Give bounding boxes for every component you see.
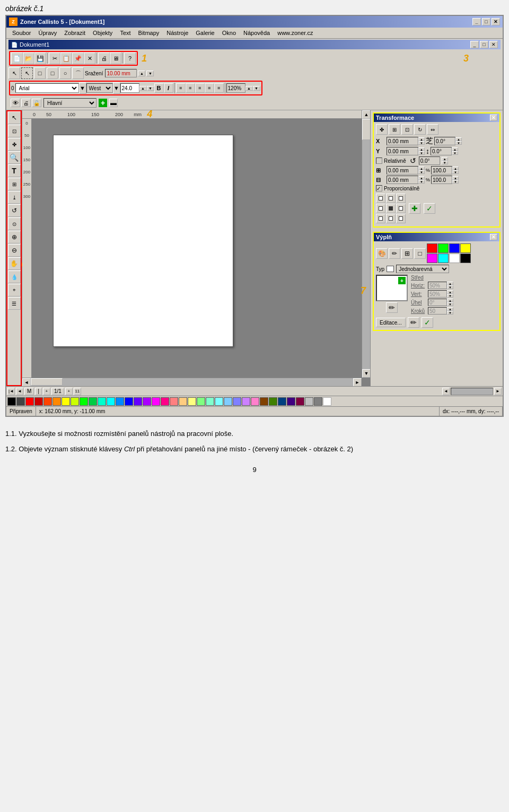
y-angle-input[interactable] — [431, 147, 452, 155]
menu-bitmapy[interactable]: Bitmapy — [135, 29, 163, 37]
palette-dark-purple[interactable] — [287, 397, 295, 406]
palette-silver[interactable] — [305, 397, 313, 406]
width-spin-up[interactable]: ▲ — [418, 167, 425, 170]
fill-gradient-btn[interactable]: ✏ — [389, 248, 400, 259]
editace-button[interactable]: Editace... — [376, 318, 406, 327]
tool-import[interactable]: ⤓ — [8, 191, 21, 204]
monitor-btn[interactable]: 🖥 — [110, 53, 121, 64]
x-icon[interactable]: 芝 — [426, 136, 433, 146]
fill-pencil-btn[interactable]: ✏ — [386, 302, 398, 313]
width-pct-spin-down[interactable]: ▼ — [452, 170, 459, 174]
rel-spin-up[interactable]: ▲ — [442, 157, 448, 161]
transform-rotate-icon[interactable]: ↻ — [414, 124, 426, 135]
anchor-tr[interactable] — [396, 194, 406, 203]
palette-light-red[interactable] — [170, 397, 178, 406]
custom-shape-btn[interactable]: ⌒ — [72, 67, 84, 79]
open-btn[interactable]: 📂 — [23, 53, 34, 64]
apply-btn[interactable]: ✓ — [424, 203, 435, 214]
apply-move-btn[interactable]: ✚ — [409, 203, 420, 214]
palette-dark1[interactable] — [16, 397, 25, 406]
layer-delete-button[interactable]: ▬ — [109, 99, 118, 107]
palette-light-green[interactable] — [197, 397, 205, 406]
scroll-v-track[interactable] — [362, 119, 370, 369]
palette-maroon[interactable] — [296, 397, 304, 406]
anchor-mc[interactable] — [386, 204, 396, 213]
width-pct-spin-up[interactable]: ▲ — [452, 167, 459, 170]
x-angle-input[interactable] — [434, 137, 455, 145]
font-select[interactable]: Arial — [15, 83, 79, 93]
scrollbar-horizontal[interactable]: ◄ ► — [22, 378, 362, 386]
menu-website[interactable]: www.zoner.cz — [274, 29, 316, 37]
anchor-br[interactable] — [396, 214, 406, 223]
palette-peach[interactable] — [179, 397, 187, 406]
page-11-btn[interactable]: 11 — [74, 388, 81, 395]
layer-print-btn[interactable]: 🖨 — [21, 99, 31, 107]
tool-crop[interactable]: ⌖ — [8, 284, 21, 296]
rect-btn[interactable]: □ — [34, 67, 46, 79]
kroky-spin-up[interactable]: ▲ — [447, 307, 453, 311]
palette-lavender[interactable] — [242, 397, 250, 406]
tool-eyedrop[interactable]: 💧 — [8, 270, 21, 283]
tool-text[interactable]: T — [8, 164, 21, 177]
menu-okno[interactable]: Okno — [219, 29, 239, 37]
layer-add-button[interactable]: + — [99, 99, 107, 107]
bold-button[interactable]: B — [154, 83, 164, 93]
height-pct-spin-down[interactable]: ▼ — [452, 180, 459, 184]
tool-pointer[interactable]: ↖ — [8, 111, 21, 124]
page-add-btn[interactable]: + — [43, 388, 50, 395]
width-pct-input[interactable] — [431, 166, 452, 174]
kroky-input[interactable] — [428, 307, 447, 315]
swatch-cyan[interactable] — [438, 254, 449, 263]
tool-measure[interactable]: ⊙ — [8, 217, 21, 230]
page-prev-btn[interactable]: ◄ — [16, 388, 23, 395]
rel-angle-input[interactable] — [419, 156, 440, 165]
print-btn[interactable]: 🖨 — [98, 53, 110, 64]
height-spin-down[interactable]: ▼ — [418, 180, 425, 184]
tool-spiral[interactable]: ↺ — [8, 204, 21, 217]
height-spin-up[interactable]: ▲ — [418, 176, 425, 180]
palette-light-cyan[interactable] — [215, 397, 223, 406]
anchor-bc[interactable] — [386, 214, 396, 223]
round-rect-btn[interactable]: □ — [47, 67, 58, 79]
x-spin-up[interactable]: ▲ — [418, 137, 425, 141]
align-left-btn[interactable]: ≡ — [176, 83, 186, 93]
style-dropdown-btn[interactable]: ▼ — [113, 82, 120, 94]
palette-sky[interactable] — [224, 397, 232, 406]
y-angle-spin-down[interactable]: ▼ — [452, 151, 458, 155]
palette-blue[interactable] — [125, 397, 133, 406]
proportional-checkbox[interactable]: ✓ — [376, 185, 382, 191]
palette-purple[interactable] — [143, 397, 151, 406]
menu-upravy[interactable]: Úpravy — [35, 29, 60, 37]
transform-mirror-icon[interactable]: ⇔ — [427, 124, 438, 135]
palette-black[interactable] — [7, 397, 16, 406]
palette-yellow[interactable] — [62, 397, 70, 406]
swatch-black[interactable] — [460, 254, 471, 263]
scroll-right-btn[interactable]: ► — [353, 378, 362, 386]
page-next-btn[interactable]: + — [65, 388, 73, 395]
uhel-spin-down[interactable]: ▼ — [447, 302, 453, 306]
circle-btn[interactable]: ○ — [59, 67, 71, 79]
palette-green[interactable] — [80, 397, 88, 406]
vypln-close-btn[interactable]: ✕ — [490, 234, 497, 240]
palette-darkred[interactable] — [34, 397, 43, 406]
copy-btn[interactable]: 📋 — [60, 53, 72, 64]
new-btn[interactable]: 📄 — [11, 53, 23, 64]
x-angle-spin-down[interactable]: ▼ — [455, 141, 462, 145]
layer-eye-btn[interactable]: 👁 — [11, 99, 20, 107]
tool-extra[interactable]: ☰ — [8, 297, 21, 310]
tool-hand[interactable]: ✋ — [8, 257, 21, 270]
fill-ok-btn[interactable]: ✓ — [422, 317, 433, 328]
palette-yellow-green[interactable] — [71, 397, 79, 406]
menu-objekty[interactable]: Objekty — [90, 29, 116, 37]
swatch-blue[interactable] — [449, 243, 460, 253]
y-spin-down[interactable]: ▼ — [418, 151, 425, 155]
x-angle-spin-up[interactable]: ▲ — [455, 137, 462, 141]
menu-napoveda[interactable]: Nápověda — [240, 29, 273, 37]
swatch-magenta[interactable] — [427, 254, 437, 263]
swatch-green[interactable] — [438, 243, 449, 253]
fill-texture-btn[interactable]: □ — [414, 248, 426, 259]
x-spin-down[interactable]: ▼ — [418, 141, 425, 145]
scroll-down-btn[interactable]: ▼ — [362, 369, 370, 378]
align-center-btn[interactable]: ≡ — [186, 83, 195, 93]
srazeni-spin-down[interactable]: ▼ — [146, 71, 154, 76]
